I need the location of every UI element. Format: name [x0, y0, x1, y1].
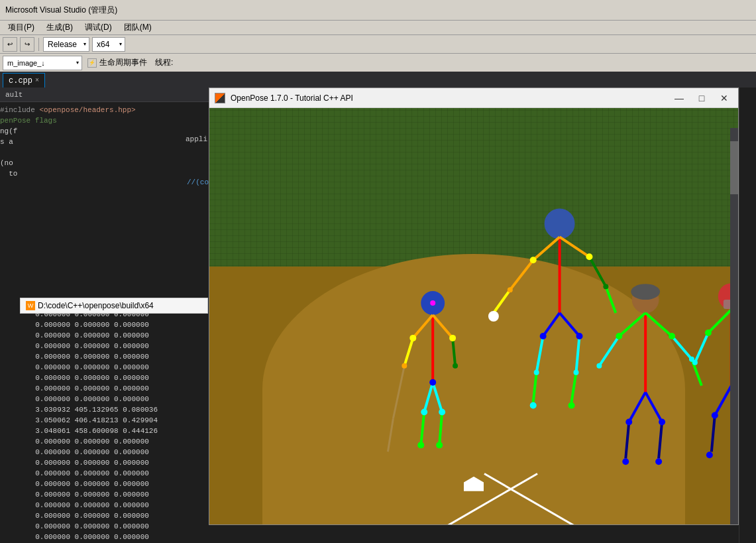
- vs-toolbar2: m_image_↓ ▾ ⚡ 生命周期事件 线程:: [0, 53, 756, 72]
- svg-point-15: [530, 402, 537, 409]
- vs-container: Microsoft Visual Studio (管理员) 项目(P) 生成(B…: [0, 0, 756, 543]
- config-label: Release: [48, 40, 77, 49]
- minimize-button[interactable]: —: [671, 91, 688, 105]
- openpose-titlebar: OpenPose 1.7.0 - Tutorial C++ API — □ ✕: [209, 88, 738, 108]
- svg-point-27: [631, 284, 660, 300]
- menu-build[interactable]: 生成(B): [41, 21, 78, 34]
- event-container: ⚡ 生命周期事件 线程:: [87, 57, 173, 68]
- svg-point-85: [436, 442, 443, 448]
- output-line-11: 3.050062 406.418213 0.429904: [27, 415, 203, 426]
- redo-button[interactable]: ↪: [20, 37, 34, 52]
- svg-line-76: [439, 412, 442, 446]
- svg-line-33: [629, 392, 645, 422]
- object-arrow: ▾: [76, 60, 79, 66]
- code-panel: ault #include <openpose/headers.hpp> pen…: [0, 88, 209, 543]
- svg-point-39: [616, 333, 622, 339]
- svg-point-79: [402, 363, 407, 369]
- output-line-19: 0.000000 0.000000 0.000000: [27, 500, 203, 511]
- svg-point-14: [488, 311, 499, 322]
- svg-line-8: [543, 313, 560, 336]
- right-partial-appli: appli: [186, 135, 209, 143]
- menu-team[interactable]: 团队(M): [119, 21, 157, 34]
- svg-line-9: [560, 313, 580, 336]
- svg-point-16: [568, 402, 575, 409]
- svg-point-41: [596, 363, 602, 369]
- config-dropdown[interactable]: Release ▾: [43, 37, 89, 52]
- toolbar-separator-1: [38, 38, 39, 51]
- svg-point-61: [692, 360, 698, 365]
- thread-label: 线程:: [155, 57, 173, 68]
- svg-point-84: [417, 442, 424, 448]
- scrollbar-thumb[interactable]: [730, 141, 738, 194]
- undo-button[interactable]: ↩: [3, 37, 17, 52]
- event-icon: ⚡: [87, 58, 97, 68]
- svg-point-81: [429, 379, 436, 386]
- build-path-icon: W: [26, 301, 35, 310]
- object-dropdown[interactable]: m_image_↓ ▾: [3, 56, 82, 70]
- output-line-9: 0.000000 0.000000 0.000000: [27, 394, 203, 404]
- breadcrumb-bar: ault: [0, 88, 209, 102]
- code-line-s: s a: [0, 137, 209, 147]
- tab-c-cpp[interactable]: c.cpp ×: [3, 73, 45, 88]
- output-line-13: 0.000000 0.000000 0.000000: [27, 436, 203, 447]
- svg-line-13: [572, 373, 576, 402]
- svg-point-37: [622, 458, 629, 465]
- output-area: User (da co if { 0.000000 0.000000 0.000…: [0, 308, 209, 543]
- svg-line-3: [560, 237, 590, 257]
- output-line-22: 0.000000 0.000000 0.000000: [27, 532, 203, 542]
- output-line-21: 0.000000 0.000000 0.000000: [27, 521, 203, 532]
- code-line-no: (no: [0, 158, 209, 168]
- vs-title-bar: Microsoft Visual Studio (管理员): [0, 0, 756, 20]
- maximize-button[interactable]: □: [693, 91, 710, 105]
- svg-point-80: [453, 363, 458, 369]
- svg-point-82: [421, 409, 427, 416]
- svg-line-74: [433, 383, 442, 412]
- output-line-6: 0.000000 0.000000 0.000000: [27, 362, 203, 373]
- svg-line-12: [576, 336, 580, 373]
- svg-line-70: [453, 338, 455, 366]
- openpose-window: OpenPose 1.7.0 - Tutorial C++ API — □ ✕: [209, 88, 739, 525]
- output-line-18: 0.000000 0.000000 0.000000: [27, 489, 203, 500]
- svg-line-11: [533, 373, 537, 402]
- build-path-overlay: W D:\code\C++\openpose\build\x64: [20, 298, 208, 314]
- pose-svg: [209, 108, 738, 524]
- close-button[interactable]: ✕: [716, 91, 733, 105]
- config-arrow: ▾: [83, 41, 86, 47]
- output-line-3: 0.000000 0.000000 0.000000: [27, 330, 203, 341]
- event-label: 生命周期事件: [99, 57, 147, 68]
- output-line-7: 0.000000 0.000000 0.000000: [27, 373, 203, 383]
- openpose-icon: [215, 93, 225, 103]
- svg-line-69: [404, 338, 413, 366]
- svg-line-68: [433, 315, 453, 338]
- svg-line-5: [494, 290, 510, 313]
- svg-line-50: [695, 333, 708, 363]
- object-label: m_image_↓: [7, 59, 45, 67]
- svg-point-18: [574, 370, 579, 375]
- svg-line-72: [388, 419, 393, 452]
- vs-toolbar: ↩ ↪ Release ▾ x64 ▾: [0, 34, 756, 53]
- editor-area: ault #include <openpose/headers.hpp> pen…: [0, 88, 756, 543]
- platform-dropdown[interactable]: x64 ▾: [92, 37, 125, 52]
- svg-line-10: [537, 336, 543, 373]
- scrollbar[interactable]: [730, 128, 738, 524]
- svg-point-23: [508, 287, 513, 292]
- right-partial-co: //(co: [187, 178, 209, 186]
- svg-point-86: [430, 300, 435, 306]
- menu-project[interactable]: 项目(P): [3, 21, 40, 34]
- svg-line-2: [533, 237, 560, 260]
- openpose-title: OpenPose 1.7.0 - Tutorial C++ API: [231, 93, 665, 103]
- tab-close-button[interactable]: ×: [35, 77, 39, 84]
- output-line-20: 0.000000 0.000000 0.000000: [27, 511, 203, 521]
- output-line-5: 0.000000 0.000000 0.000000: [27, 351, 203, 362]
- code-content[interactable]: #include <openpose/headers.hpp> penPose …: [0, 102, 209, 543]
- tab-label: c.cpp: [9, 76, 32, 86]
- svg-line-48: [708, 310, 731, 333]
- right-partial-panel: [739, 88, 756, 543]
- svg-line-36: [659, 422, 662, 458]
- output-line-14: 0.000000 0.000000 0.000000: [27, 447, 203, 457]
- svg-line-75: [421, 412, 424, 446]
- co-partial-text: //(co: [187, 178, 209, 186]
- svg-line-28: [619, 313, 645, 336]
- menu-debug[interactable]: 调试(D): [80, 21, 117, 34]
- code-line-blank1: [0, 147, 209, 158]
